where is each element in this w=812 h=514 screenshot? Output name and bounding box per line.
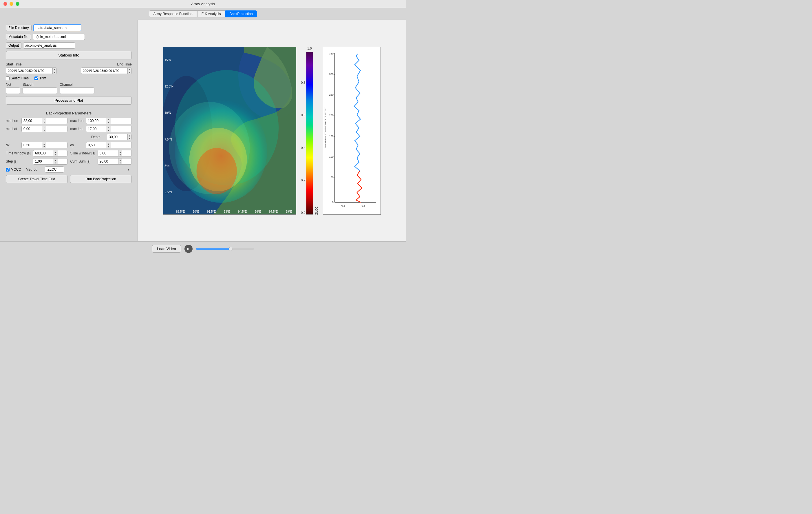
depth-up[interactable]: ▲ — [127, 134, 132, 137]
dy-wrap: ▲ ▼ — [86, 142, 132, 148]
step-input[interactable] — [33, 159, 54, 164]
time-window-label: Time window [s] — [6, 151, 32, 155]
start-time-down[interactable]: ▼ — [52, 71, 56, 74]
channel-input[interactable] — [60, 87, 94, 94]
max-lon-down[interactable]: ▼ — [107, 121, 111, 124]
method-label: Method — [26, 167, 40, 171]
min-lon-input[interactable] — [22, 118, 42, 124]
start-time-wrap: ▲ ▼ — [6, 67, 57, 74]
max-lat-input[interactable] — [86, 126, 107, 132]
file-directory-input[interactable] — [33, 24, 81, 31]
play-button[interactable]: ▶ — [184, 245, 193, 253]
trim-label[interactable]: Trim — [34, 76, 46, 80]
min-lat-up[interactable]: ▲ — [42, 126, 46, 129]
map-x-label-5: 94.5°E — [238, 210, 247, 213]
select-files-label[interactable]: Select Files — [6, 76, 29, 80]
step-row: Step [s] ▲ ▼ — [6, 158, 67, 165]
mccc-checkbox[interactable] — [6, 168, 9, 171]
create-travel-time-button[interactable]: Create Travel Time Grid — [6, 175, 68, 183]
tab-fk-analysis[interactable]: F-K Analysis — [197, 10, 225, 18]
maximize-button[interactable] — [16, 2, 20, 6]
minimize-button[interactable] — [9, 2, 13, 6]
colorbar-tick-06: 0.6 — [301, 113, 305, 117]
max-lat-up[interactable]: ▲ — [107, 126, 111, 129]
min-lat-input[interactable] — [22, 126, 42, 132]
dy-up[interactable]: ▲ — [107, 142, 111, 145]
net-input[interactable] — [6, 87, 20, 94]
slide-window-wrap: ▲ ▼ — [97, 150, 132, 157]
slide-window-down[interactable]: ▼ — [118, 153, 122, 156]
tab-array-response[interactable]: Array Response Function — [149, 10, 197, 18]
process-and-plot-button[interactable]: Process and Plot — [6, 96, 132, 105]
min-lat-down[interactable]: ▼ — [42, 129, 46, 132]
dx-row: dx ▲ ▼ — [6, 142, 67, 148]
depth-param-row: Depth ▲ ▼ — [91, 134, 132, 140]
time-inputs-row: ▲ ▼ ▲ ▼ — [6, 67, 132, 74]
map-y-label-1: 15°N — [165, 58, 173, 62]
time-window-wrap: ▲ ▼ — [33, 150, 67, 157]
start-time-input[interactable] — [6, 68, 52, 73]
file-directory-button[interactable]: File Directory — [6, 25, 32, 31]
depth-input[interactable] — [107, 134, 127, 140]
depth-down[interactable]: ▼ — [127, 137, 132, 140]
end-time-input[interactable] — [81, 68, 127, 73]
trim-checkbox[interactable] — [34, 77, 38, 80]
sidebar: File Directory Metadata file Output Stat… — [0, 20, 138, 241]
time-window-row: Time window [s] ▲ ▼ — [6, 150, 67, 157]
map-y-label-2: 12.5°N — [165, 85, 173, 88]
cum-sum-down[interactable]: ▼ — [118, 161, 122, 164]
stations-info-button[interactable]: Stations Info — [6, 51, 132, 59]
close-button[interactable] — [3, 2, 7, 6]
colorbar-tick-0: 0.0 — [301, 211, 305, 214]
colorbar-top-label: 1.0 — [307, 47, 312, 50]
end-time-down[interactable]: ▼ — [127, 71, 132, 74]
cum-sum-up[interactable]: ▲ — [118, 159, 122, 161]
svg-text:200: 200 — [329, 114, 333, 117]
time-window-input[interactable] — [33, 151, 54, 156]
metadata-file-input[interactable] — [33, 34, 85, 40]
min-lon-down[interactable]: ▼ — [42, 121, 46, 124]
cum-sum-input[interactable] — [98, 159, 118, 164]
method-select[interactable]: ZLCC MCC — [45, 166, 64, 173]
load-video-button[interactable]: Load Video — [152, 245, 181, 253]
step-down[interactable]: ▼ — [54, 161, 58, 164]
dy-input[interactable] — [86, 142, 107, 148]
station-input[interactable] — [23, 87, 57, 94]
map-svg — [163, 47, 296, 214]
end-time-label: End Time — [117, 62, 132, 66]
dy-down[interactable]: ▼ — [107, 145, 111, 148]
dx-up[interactable]: ▲ — [42, 142, 46, 145]
window-controls — [3, 2, 20, 6]
channel-label: Channel — [60, 83, 94, 87]
max-lon-row: max Lon ▲ ▼ — [70, 118, 132, 124]
dx-down[interactable]: ▼ — [42, 145, 46, 148]
time-window-up[interactable]: ▲ — [54, 151, 58, 153]
start-time-up[interactable]: ▲ — [52, 68, 56, 71]
mccc-label[interactable]: MCCC — [6, 167, 21, 171]
cum-sum-wrap: ▲ ▼ — [97, 158, 132, 165]
end-time-wrap: ▲ ▼ — [81, 67, 132, 74]
max-lon-input[interactable] — [86, 118, 107, 124]
slide-window-spinner: ▲ ▼ — [118, 151, 122, 156]
output-button[interactable]: Output — [6, 42, 22, 49]
time-window-down[interactable]: ▼ — [54, 153, 58, 156]
slide-window-up[interactable]: ▲ — [118, 151, 122, 153]
progress-thumb[interactable] — [229, 247, 233, 251]
step-label: Step [s] — [6, 159, 32, 163]
tabs-toolbar: Array Response Function F-K Analysis Bac… — [0, 8, 406, 20]
slide-window-input[interactable] — [98, 151, 118, 156]
min-lon-up[interactable]: ▲ — [42, 118, 46, 121]
end-time-up[interactable]: ▲ — [127, 68, 132, 71]
progress-slider[interactable] — [196, 248, 254, 250]
output-input[interactable] — [23, 42, 75, 49]
run-backprojection-button[interactable]: Run BackProjection — [70, 175, 132, 183]
colorbar-tick-02: 0.2 — [301, 179, 305, 182]
min-lat-label: min Lat — [6, 127, 20, 131]
tab-backprojection[interactable]: BackProjection — [225, 10, 257, 18]
step-up[interactable]: ▲ — [54, 159, 58, 161]
select-files-checkbox[interactable] — [6, 77, 9, 80]
metadata-file-button[interactable]: Metadata file — [6, 34, 31, 40]
dx-input[interactable] — [22, 142, 42, 148]
max-lat-down[interactable]: ▼ — [107, 129, 111, 132]
max-lon-up[interactable]: ▲ — [107, 118, 111, 121]
